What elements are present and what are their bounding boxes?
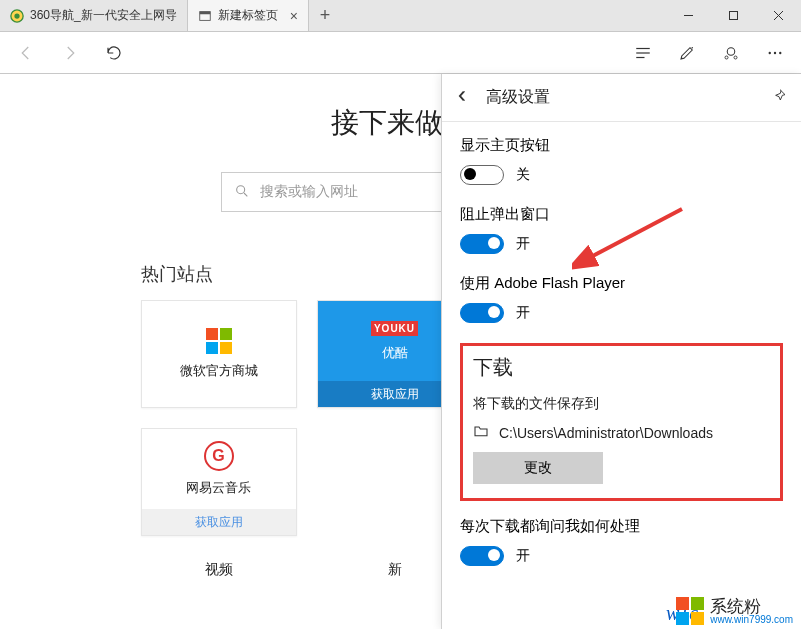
back-button[interactable] (6, 33, 46, 73)
forward-button[interactable] (50, 33, 90, 73)
browser-tab-1[interactable]: 新建标签页 × (188, 0, 309, 31)
window-controls (666, 0, 801, 31)
setting-block-popups: 阻止弹出窗口 开 (460, 205, 783, 254)
browser-toolbar (0, 32, 801, 74)
tab-label: 新建标签页 (218, 7, 278, 24)
svg-point-11 (692, 47, 694, 49)
maximize-button[interactable] (711, 0, 756, 31)
toggle-show-home-button[interactable] (460, 165, 504, 185)
share-button[interactable] (711, 33, 751, 73)
folder-icon (473, 423, 489, 442)
setting-flash: 使用 Adobe Flash Player 开 (460, 274, 783, 323)
favicon-icon (10, 9, 24, 23)
svg-point-17 (774, 51, 776, 53)
toggle-state: 开 (516, 547, 530, 565)
panel-header: 高级设置 (442, 74, 801, 122)
netease-logo-icon: G (204, 441, 234, 471)
svg-point-1 (14, 13, 19, 18)
svg-point-16 (769, 51, 771, 53)
browser-tabs: 360导航_新一代安全上网导 新建标签页 × + (0, 0, 666, 31)
refresh-button[interactable] (94, 33, 134, 73)
notes-button[interactable] (667, 33, 707, 73)
youku-logo-icon: YOUKU (371, 321, 418, 336)
setting-label: 每次下载都询问我如何处理 (460, 517, 783, 536)
downloads-highlight-box: 下载 将下载的文件保存到 C:\Users\Administrator\Down… (460, 343, 783, 501)
microsoft-logo-icon (206, 328, 232, 354)
advanced-settings-panel: 高级设置 显示主页按钮 关 阻止弹出窗口 开 使用 Adobe Flash Pl… (441, 74, 801, 629)
setting-label: 显示主页按钮 (460, 136, 783, 155)
toggle-state: 开 (516, 304, 530, 322)
svg-point-15 (734, 56, 737, 59)
setting-label: 使用 Adobe Flash Player (460, 274, 783, 293)
back-icon[interactable] (456, 89, 472, 106)
close-tab-icon[interactable]: × (284, 8, 298, 24)
setting-label: 阻止弹出窗口 (460, 205, 783, 224)
tile-label: 网易云音乐 (186, 479, 251, 497)
new-tab-button[interactable]: + (309, 0, 341, 31)
svg-rect-3 (199, 11, 210, 14)
tile-microsoft-store[interactable]: 微软官方商城 (141, 300, 297, 408)
window-titlebar: 360导航_新一代安全上网导 新建标签页 × + (0, 0, 801, 32)
change-download-location-button[interactable]: 更改 (473, 452, 603, 484)
svg-point-13 (727, 47, 735, 55)
tile-label: 优酷 (382, 344, 408, 362)
minimize-button[interactable] (666, 0, 711, 31)
toggle-state: 开 (516, 235, 530, 253)
favicon-icon (198, 9, 212, 23)
downloads-path: C:\Users\Administrator\Downloads (499, 425, 713, 441)
svg-point-12 (681, 57, 683, 59)
browser-tab-0[interactable]: 360导航_新一代安全上网导 (0, 0, 188, 31)
downloads-path-row: C:\Users\Administrator\Downloads (473, 423, 770, 442)
reading-view-button[interactable] (623, 33, 663, 73)
svg-point-18 (779, 51, 781, 53)
change-button-label: 更改 (524, 459, 552, 477)
more-button[interactable] (755, 33, 795, 73)
svg-line-20 (244, 193, 247, 196)
tile-footer[interactable]: 获取应用 (142, 509, 296, 535)
tile-label: 微软官方商城 (180, 362, 258, 380)
downloads-title: 下载 (473, 354, 770, 381)
panel-body[interactable]: 显示主页按钮 关 阻止弹出窗口 开 使用 Adobe Flash Player … (442, 122, 801, 629)
svg-point-19 (236, 185, 244, 193)
panel-title: 高级设置 (486, 87, 757, 108)
setting-show-home-button: 显示主页按钮 关 (460, 136, 783, 185)
svg-point-14 (725, 56, 728, 59)
downloads-save-to-label: 将下载的文件保存到 (473, 395, 770, 413)
toggle-block-popups[interactable] (460, 234, 504, 254)
pin-icon[interactable] (771, 88, 787, 107)
search-placeholder: 搜索或输入网址 (260, 183, 358, 201)
toggle-state: 关 (516, 166, 530, 184)
category-tab-video[interactable]: 视频 (141, 552, 297, 588)
toggle-ask-each-download[interactable] (460, 546, 504, 566)
toggle-flash[interactable] (460, 303, 504, 323)
setting-ask-each-download: 每次下载都询问我如何处理 开 (460, 517, 783, 566)
close-window-button[interactable] (756, 0, 801, 31)
tile-netease-music[interactable]: G 网易云音乐 获取应用 (141, 428, 297, 536)
tab-label: 360导航_新一代安全上网导 (30, 7, 177, 24)
search-icon (234, 183, 250, 202)
svg-rect-5 (730, 12, 738, 20)
